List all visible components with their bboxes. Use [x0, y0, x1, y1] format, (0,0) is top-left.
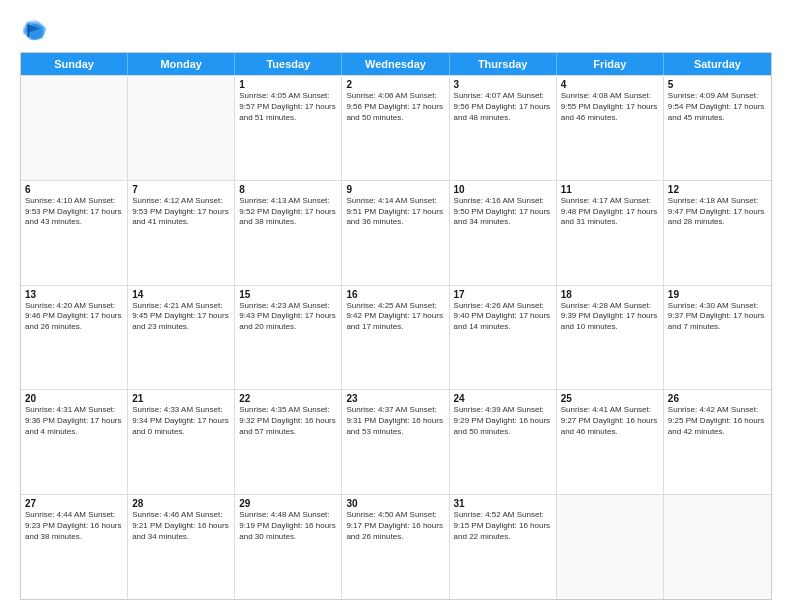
day-info: Sunrise: 4:21 AM Sunset: 9:45 PM Dayligh…	[132, 301, 230, 333]
calendar-week-3: 13Sunrise: 4:20 AM Sunset: 9:46 PM Dayli…	[21, 285, 771, 390]
header-day-saturday: Saturday	[664, 53, 771, 75]
calendar-week-1: 1Sunrise: 4:05 AM Sunset: 9:57 PM Daylig…	[21, 75, 771, 180]
day-info: Sunrise: 4:17 AM Sunset: 9:48 PM Dayligh…	[561, 196, 659, 228]
day-number: 28	[132, 498, 230, 509]
day-info: Sunrise: 4:16 AM Sunset: 9:50 PM Dayligh…	[454, 196, 552, 228]
day-cell-28: 28Sunrise: 4:46 AM Sunset: 9:21 PM Dayli…	[128, 495, 235, 599]
day-cell-22: 22Sunrise: 4:35 AM Sunset: 9:32 PM Dayli…	[235, 390, 342, 494]
day-info: Sunrise: 4:05 AM Sunset: 9:57 PM Dayligh…	[239, 91, 337, 123]
day-cell-31: 31Sunrise: 4:52 AM Sunset: 9:15 PM Dayli…	[450, 495, 557, 599]
day-cell-8: 8Sunrise: 4:13 AM Sunset: 9:52 PM Daylig…	[235, 181, 342, 285]
day-info: Sunrise: 4:20 AM Sunset: 9:46 PM Dayligh…	[25, 301, 123, 333]
day-cell-18: 18Sunrise: 4:28 AM Sunset: 9:39 PM Dayli…	[557, 286, 664, 390]
day-info: Sunrise: 4:30 AM Sunset: 9:37 PM Dayligh…	[668, 301, 767, 333]
day-cell-29: 29Sunrise: 4:48 AM Sunset: 9:19 PM Dayli…	[235, 495, 342, 599]
page: SundayMondayTuesdayWednesdayThursdayFrid…	[0, 0, 792, 612]
day-info: Sunrise: 4:08 AM Sunset: 9:55 PM Dayligh…	[561, 91, 659, 123]
day-number: 20	[25, 393, 123, 404]
day-number: 1	[239, 79, 337, 90]
day-info: Sunrise: 4:23 AM Sunset: 9:43 PM Dayligh…	[239, 301, 337, 333]
day-number: 25	[561, 393, 659, 404]
day-number: 15	[239, 289, 337, 300]
day-info: Sunrise: 4:14 AM Sunset: 9:51 PM Dayligh…	[346, 196, 444, 228]
calendar: SundayMondayTuesdayWednesdayThursdayFrid…	[20, 52, 772, 600]
day-number: 29	[239, 498, 337, 509]
day-cell-30: 30Sunrise: 4:50 AM Sunset: 9:17 PM Dayli…	[342, 495, 449, 599]
day-number: 21	[132, 393, 230, 404]
day-info: Sunrise: 4:31 AM Sunset: 9:36 PM Dayligh…	[25, 405, 123, 437]
day-number: 5	[668, 79, 767, 90]
empty-cell	[557, 495, 664, 599]
day-cell-1: 1Sunrise: 4:05 AM Sunset: 9:57 PM Daylig…	[235, 76, 342, 180]
day-info: Sunrise: 4:41 AM Sunset: 9:27 PM Dayligh…	[561, 405, 659, 437]
day-info: Sunrise: 4:35 AM Sunset: 9:32 PM Dayligh…	[239, 405, 337, 437]
day-number: 14	[132, 289, 230, 300]
day-cell-9: 9Sunrise: 4:14 AM Sunset: 9:51 PM Daylig…	[342, 181, 449, 285]
day-number: 27	[25, 498, 123, 509]
day-info: Sunrise: 4:25 AM Sunset: 9:42 PM Dayligh…	[346, 301, 444, 333]
svg-rect-2	[28, 24, 29, 37]
day-info: Sunrise: 4:48 AM Sunset: 9:19 PM Dayligh…	[239, 510, 337, 542]
day-cell-6: 6Sunrise: 4:10 AM Sunset: 9:53 PM Daylig…	[21, 181, 128, 285]
day-cell-26: 26Sunrise: 4:42 AM Sunset: 9:25 PM Dayli…	[664, 390, 771, 494]
day-cell-5: 5Sunrise: 4:09 AM Sunset: 9:54 PM Daylig…	[664, 76, 771, 180]
day-cell-10: 10Sunrise: 4:16 AM Sunset: 9:50 PM Dayli…	[450, 181, 557, 285]
header-day-sunday: Sunday	[21, 53, 128, 75]
day-cell-14: 14Sunrise: 4:21 AM Sunset: 9:45 PM Dayli…	[128, 286, 235, 390]
header-day-monday: Monday	[128, 53, 235, 75]
day-info: Sunrise: 4:12 AM Sunset: 9:53 PM Dayligh…	[132, 196, 230, 228]
calendar-week-4: 20Sunrise: 4:31 AM Sunset: 9:36 PM Dayli…	[21, 389, 771, 494]
calendar-week-5: 27Sunrise: 4:44 AM Sunset: 9:23 PM Dayli…	[21, 494, 771, 599]
empty-cell	[21, 76, 128, 180]
header-day-thursday: Thursday	[450, 53, 557, 75]
day-number: 9	[346, 184, 444, 195]
day-cell-19: 19Sunrise: 4:30 AM Sunset: 9:37 PM Dayli…	[664, 286, 771, 390]
day-number: 22	[239, 393, 337, 404]
day-info: Sunrise: 4:07 AM Sunset: 9:56 PM Dayligh…	[454, 91, 552, 123]
empty-cell	[128, 76, 235, 180]
day-cell-21: 21Sunrise: 4:33 AM Sunset: 9:34 PM Dayli…	[128, 390, 235, 494]
day-number: 10	[454, 184, 552, 195]
day-info: Sunrise: 4:50 AM Sunset: 9:17 PM Dayligh…	[346, 510, 444, 542]
calendar-week-2: 6Sunrise: 4:10 AM Sunset: 9:53 PM Daylig…	[21, 180, 771, 285]
header	[20, 16, 772, 44]
day-number: 16	[346, 289, 444, 300]
day-info: Sunrise: 4:39 AM Sunset: 9:29 PM Dayligh…	[454, 405, 552, 437]
calendar-body: 1Sunrise: 4:05 AM Sunset: 9:57 PM Daylig…	[21, 75, 771, 599]
day-cell-4: 4Sunrise: 4:08 AM Sunset: 9:55 PM Daylig…	[557, 76, 664, 180]
day-number: 11	[561, 184, 659, 195]
day-number: 19	[668, 289, 767, 300]
day-cell-15: 15Sunrise: 4:23 AM Sunset: 9:43 PM Dayli…	[235, 286, 342, 390]
day-cell-12: 12Sunrise: 4:18 AM Sunset: 9:47 PM Dayli…	[664, 181, 771, 285]
day-cell-3: 3Sunrise: 4:07 AM Sunset: 9:56 PM Daylig…	[450, 76, 557, 180]
day-cell-11: 11Sunrise: 4:17 AM Sunset: 9:48 PM Dayli…	[557, 181, 664, 285]
day-cell-24: 24Sunrise: 4:39 AM Sunset: 9:29 PM Dayli…	[450, 390, 557, 494]
header-day-tuesday: Tuesday	[235, 53, 342, 75]
calendar-header-row: SundayMondayTuesdayWednesdayThursdayFrid…	[21, 53, 771, 75]
day-number: 24	[454, 393, 552, 404]
day-info: Sunrise: 4:06 AM Sunset: 9:56 PM Dayligh…	[346, 91, 444, 123]
logo-icon	[20, 16, 48, 44]
day-number: 17	[454, 289, 552, 300]
day-info: Sunrise: 4:44 AM Sunset: 9:23 PM Dayligh…	[25, 510, 123, 542]
day-number: 3	[454, 79, 552, 90]
day-cell-2: 2Sunrise: 4:06 AM Sunset: 9:56 PM Daylig…	[342, 76, 449, 180]
day-cell-16: 16Sunrise: 4:25 AM Sunset: 9:42 PM Dayli…	[342, 286, 449, 390]
day-info: Sunrise: 4:10 AM Sunset: 9:53 PM Dayligh…	[25, 196, 123, 228]
day-number: 2	[346, 79, 444, 90]
day-info: Sunrise: 4:52 AM Sunset: 9:15 PM Dayligh…	[454, 510, 552, 542]
day-info: Sunrise: 4:42 AM Sunset: 9:25 PM Dayligh…	[668, 405, 767, 437]
empty-cell	[664, 495, 771, 599]
logo	[20, 16, 52, 44]
day-number: 13	[25, 289, 123, 300]
day-info: Sunrise: 4:26 AM Sunset: 9:40 PM Dayligh…	[454, 301, 552, 333]
day-info: Sunrise: 4:13 AM Sunset: 9:52 PM Dayligh…	[239, 196, 337, 228]
day-cell-7: 7Sunrise: 4:12 AM Sunset: 9:53 PM Daylig…	[128, 181, 235, 285]
day-cell-23: 23Sunrise: 4:37 AM Sunset: 9:31 PM Dayli…	[342, 390, 449, 494]
day-info: Sunrise: 4:46 AM Sunset: 9:21 PM Dayligh…	[132, 510, 230, 542]
day-info: Sunrise: 4:09 AM Sunset: 9:54 PM Dayligh…	[668, 91, 767, 123]
day-info: Sunrise: 4:18 AM Sunset: 9:47 PM Dayligh…	[668, 196, 767, 228]
day-info: Sunrise: 4:33 AM Sunset: 9:34 PM Dayligh…	[132, 405, 230, 437]
day-number: 6	[25, 184, 123, 195]
day-cell-17: 17Sunrise: 4:26 AM Sunset: 9:40 PM Dayli…	[450, 286, 557, 390]
